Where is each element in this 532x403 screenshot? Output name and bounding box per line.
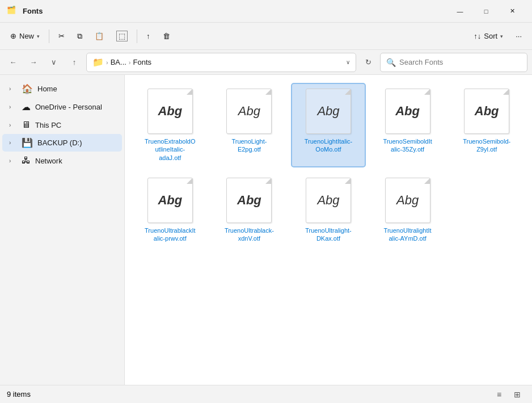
sidebar-item-backup[interactable]: › 💾 BACKUP (D:) (2, 134, 122, 152)
preview-text: Abg (396, 193, 419, 208)
file-name: TruenoSemiboldItalic-35Zy.otf (382, 137, 433, 154)
breadcrumb[interactable]: 📁 › BA... › Fonts ∨ (86, 53, 356, 72)
list-item[interactable]: Abg TruenoUltrablack-xdnV.otf (212, 172, 287, 249)
page-corner (187, 178, 192, 184)
file-name: TruenoUltrablackItalic-prwv.otf (145, 226, 196, 243)
window-title: Fonts (23, 7, 43, 15)
file-grid: Abg TruenoExtraboldOutlineItalic-adaJ.ot… (130, 81, 526, 250)
preview-text: Abg (317, 193, 339, 208)
expand-icon: › (9, 122, 17, 128)
forward-button[interactable]: → (25, 54, 42, 71)
preview-text: Abg (237, 193, 261, 208)
grid-view-button[interactable]: ⊞ (509, 387, 525, 402)
page-corner (345, 178, 351, 184)
file-name: TruenoLightItalic-OoMo.otf (303, 137, 354, 154)
minimize-button[interactable]: — (447, 0, 473, 23)
sort-label: Sort (484, 32, 497, 40)
breadcrumb-sep-1: › (106, 59, 108, 66)
page-corner (503, 89, 509, 95)
list-item[interactable]: Abg TruenoUltralight-DKax.otf (291, 172, 366, 249)
file-name: TruenoLight-E2pg.otf (223, 137, 275, 154)
preview-text: Abg (475, 104, 499, 119)
search-box[interactable]: 🔍 (380, 53, 527, 72)
delete-icon: 🗑 (163, 32, 170, 40)
sidebar-item-label: OneDrive - Personal (35, 103, 102, 111)
app-icon: 🗂️ (7, 6, 18, 17)
more-icon: ··· (516, 32, 522, 40)
expand-icon: › (9, 86, 17, 92)
sidebar-item-network[interactable]: › 🖧 Network (2, 152, 122, 169)
copy-button[interactable]: ⧉ (71, 26, 88, 47)
paste-button[interactable]: 📋 (89, 26, 109, 47)
delete-button[interactable]: 🗑 (157, 26, 176, 47)
share-button[interactable]: ↑ (141, 26, 156, 47)
page-corner (424, 178, 430, 184)
list-item[interactable]: Abg TruenoLight-E2pg.otf (212, 83, 287, 167)
file-preview: Abg (385, 89, 430, 134)
list-item[interactable]: Abg TruenoSemibold-Z9yl.otf (449, 83, 524, 167)
back-button[interactable]: ← (5, 54, 22, 71)
backup-icon: 💾 (22, 137, 33, 148)
refresh-button[interactable]: ↻ (360, 54, 377, 71)
search-input[interactable] (399, 58, 521, 66)
up-button[interactable]: ↑ (66, 54, 83, 71)
list-item[interactable]: Abg TruenoLightItalic-OoMo.otf (291, 83, 366, 167)
list-item[interactable]: Abg TruenoSemiboldItalic-35Zy.otf (370, 83, 445, 167)
move-button[interactable]: ⬚ (111, 26, 133, 47)
list-item[interactable]: Abg TruenoExtraboldOutlineItalic-adaJ.ot… (133, 83, 208, 167)
sidebar-item-label: BACKUP (D:) (37, 138, 82, 147)
cut-icon: ✂ (58, 32, 65, 40)
maximize-button[interactable]: □ (473, 0, 499, 23)
more-button[interactable]: ··· (510, 26, 527, 47)
view-controls: ≡ ⊞ (491, 387, 525, 402)
sidebar-item-onedrive[interactable]: › ☁ OneDrive - Personal (2, 98, 122, 116)
file-preview: Abg (306, 89, 351, 134)
new-dropdown-icon: ▾ (37, 33, 40, 39)
expand-history-button[interactable]: ∨ (45, 54, 62, 71)
separator-2 (137, 30, 137, 43)
cut-button[interactable]: ✂ (53, 26, 70, 47)
network-icon: 🖧 (22, 156, 31, 166)
copy-icon: ⧉ (77, 32, 82, 41)
share-icon: ↑ (146, 32, 150, 40)
file-preview: Abg (306, 178, 351, 223)
expand-icon: › (9, 158, 17, 164)
list-view-button[interactable]: ≡ (491, 387, 507, 402)
expand-icon: › (9, 140, 17, 146)
window-controls: — □ ✕ (447, 0, 525, 23)
breadcrumb-expand-icon: ∨ (346, 59, 350, 65)
sidebar: › 🏠 Home › ☁ OneDrive - Personal › 🖥 Thi… (0, 75, 125, 385)
file-preview: Abg (147, 178, 193, 223)
file-preview: Abg (147, 89, 193, 134)
toolbar: ⊕ New ▾ ✂ ⧉ 📋 ⬚ ↑ 🗑 ↑↓ Sort ▾ ··· (0, 23, 532, 50)
file-content: Abg TruenoExtraboldOutlineItalic-adaJ.ot… (125, 75, 532, 385)
statusbar: 9 items ≡ ⊞ (0, 385, 532, 403)
close-button[interactable]: ✕ (499, 0, 525, 23)
titlebar: 🗂️ Fonts — □ ✕ (0, 0, 532, 23)
list-item[interactable]: Abg TruenoUltrablackItalic-prwv.otf (133, 172, 208, 249)
list-item[interactable]: Abg TruenoUltralightItalic-AYmD.otf (370, 172, 445, 249)
breadcrumb-folder-icon: 📁 (92, 57, 104, 68)
preview-text: Abg (317, 104, 339, 119)
sort-button[interactable]: ↑↓ Sort ▾ (468, 26, 509, 47)
sidebar-item-home[interactable]: › 🏠 Home (2, 80, 122, 98)
expand-icon: › (9, 104, 17, 110)
file-preview: Abg (226, 178, 272, 223)
preview-text: Abg (158, 104, 182, 119)
page-corner (187, 89, 192, 95)
address-bar: ← → ∨ ↑ 📁 › BA... › Fonts ∨ ↻ 🔍 (0, 50, 532, 75)
home-icon: 🏠 (22, 83, 33, 94)
file-name: TruenoUltralightItalic-AYmD.otf (382, 226, 433, 243)
file-preview: Abg (226, 89, 272, 134)
file-name: TruenoSemibold-Z9yl.otf (461, 137, 512, 154)
sidebar-item-label: Home (37, 85, 57, 93)
new-button[interactable]: ⊕ New ▾ (5, 26, 45, 47)
move-icon: ⬚ (116, 31, 128, 41)
file-name: TruenoExtraboldOutlineItalic-adaJ.otf (145, 137, 196, 162)
sidebar-item-thispc[interactable]: › 🖥 This PC (2, 116, 122, 133)
file-name: TruenoUltralight-DKax.otf (303, 226, 354, 243)
page-corner (424, 89, 430, 95)
preview-text: Abg (238, 104, 260, 119)
file-preview: Abg (385, 178, 430, 223)
sort-dropdown-icon: ▾ (500, 33, 503, 39)
